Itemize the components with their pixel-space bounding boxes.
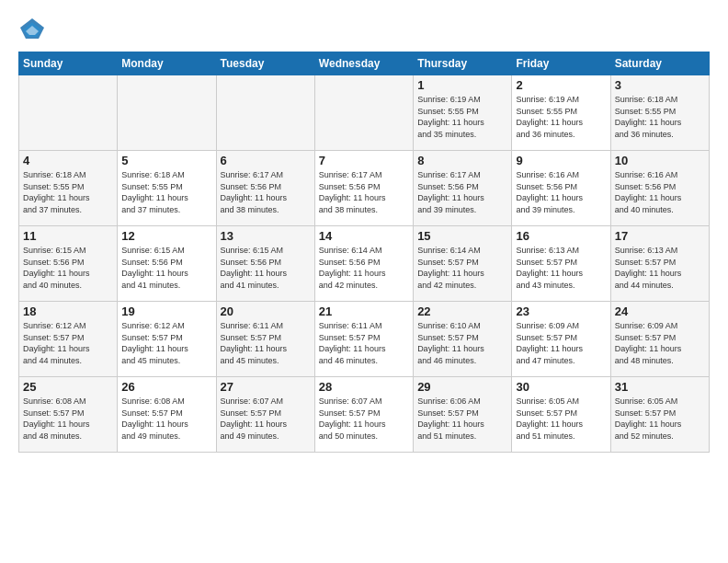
day-info: Sunrise: 6:11 AM Sunset: 5:57 PM Dayligh… <box>319 320 409 366</box>
day-info: Sunrise: 6:15 AM Sunset: 5:56 PM Dayligh… <box>121 245 211 291</box>
calendar-cell: 20Sunrise: 6:11 AM Sunset: 5:57 PM Dayli… <box>216 302 314 377</box>
day-info: Sunrise: 6:18 AM Sunset: 5:55 PM Dayligh… <box>121 169 211 215</box>
day-number: 21 <box>319 304 409 318</box>
calendar-cell: 9Sunrise: 6:16 AM Sunset: 5:56 PM Daylig… <box>512 151 610 226</box>
day-number: 10 <box>615 154 705 167</box>
calendar-cell <box>118 75 216 151</box>
day-number: 23 <box>516 304 606 318</box>
day-info: Sunrise: 6:17 AM Sunset: 5:56 PM Dayligh… <box>319 169 409 215</box>
day-number: 17 <box>615 229 705 243</box>
calendar-cell: 31Sunrise: 6:05 AM Sunset: 5:57 PM Dayli… <box>610 377 709 453</box>
day-info: Sunrise: 6:17 AM Sunset: 5:56 PM Dayligh… <box>221 169 311 215</box>
calendar-cell: 22Sunrise: 6:10 AM Sunset: 5:57 PM Dayli… <box>414 302 512 377</box>
day-info: Sunrise: 6:17 AM Sunset: 5:56 PM Dayligh… <box>417 169 507 215</box>
calendar-cell: 8Sunrise: 6:17 AM Sunset: 5:56 PM Daylig… <box>414 151 512 226</box>
day-info: Sunrise: 6:12 AM Sunset: 5:57 PM Dayligh… <box>23 320 113 366</box>
calendar-cell: 19Sunrise: 6:12 AM Sunset: 5:57 PM Dayli… <box>118 302 216 377</box>
day-info: Sunrise: 6:15 AM Sunset: 5:56 PM Dayligh… <box>221 245 311 291</box>
day-number: 3 <box>615 78 705 92</box>
weekday-row: SundayMondayTuesdayWednesdayThursdayFrid… <box>19 52 710 75</box>
day-number: 16 <box>516 229 606 243</box>
calendar-week-4: 18Sunrise: 6:12 AM Sunset: 5:57 PM Dayli… <box>19 302 710 377</box>
day-info: Sunrise: 6:09 AM Sunset: 5:57 PM Dayligh… <box>516 320 606 366</box>
calendar-cell: 14Sunrise: 6:14 AM Sunset: 5:56 PM Dayli… <box>314 226 413 302</box>
calendar-cell: 15Sunrise: 6:14 AM Sunset: 5:57 PM Dayli… <box>414 226 512 302</box>
logo-icon <box>18 15 46 42</box>
calendar-cell: 4Sunrise: 6:18 AM Sunset: 5:55 PM Daylig… <box>19 151 118 226</box>
day-info: Sunrise: 6:05 AM Sunset: 5:57 PM Dayligh… <box>516 396 606 442</box>
day-info: Sunrise: 6:16 AM Sunset: 5:56 PM Dayligh… <box>615 169 705 215</box>
weekday-header-wednesday: Wednesday <box>314 52 413 75</box>
day-number: 19 <box>121 304 211 318</box>
calendar-cell: 10Sunrise: 6:16 AM Sunset: 5:56 PM Dayli… <box>610 151 709 226</box>
page: SundayMondayTuesdayWednesdayThursdayFrid… <box>0 0 728 563</box>
logo <box>18 15 50 42</box>
day-info: Sunrise: 6:07 AM Sunset: 5:57 PM Dayligh… <box>319 396 409 442</box>
day-info: Sunrise: 6:12 AM Sunset: 5:57 PM Dayligh… <box>121 320 211 366</box>
day-info: Sunrise: 6:10 AM Sunset: 5:57 PM Dayligh… <box>417 320 507 366</box>
day-info: Sunrise: 6:08 AM Sunset: 5:57 PM Dayligh… <box>121 396 211 442</box>
day-number: 22 <box>417 304 507 318</box>
day-number: 18 <box>23 304 113 318</box>
calendar-cell: 24Sunrise: 6:09 AM Sunset: 5:57 PM Dayli… <box>610 302 709 377</box>
day-number: 13 <box>221 229 311 243</box>
day-number: 14 <box>319 229 409 243</box>
calendar-cell: 25Sunrise: 6:08 AM Sunset: 5:57 PM Dayli… <box>19 377 118 453</box>
calendar-cell <box>216 75 314 151</box>
calendar-cell: 16Sunrise: 6:13 AM Sunset: 5:57 PM Dayli… <box>512 226 610 302</box>
day-number: 31 <box>615 380 705 394</box>
weekday-header-saturday: Saturday <box>610 52 709 75</box>
calendar-header: SundayMondayTuesdayWednesdayThursdayFrid… <box>19 52 710 75</box>
day-number: 25 <box>23 380 113 394</box>
day-number: 11 <box>23 229 113 243</box>
calendar-cell: 7Sunrise: 6:17 AM Sunset: 5:56 PM Daylig… <box>314 151 413 226</box>
calendar-cell: 3Sunrise: 6:18 AM Sunset: 5:55 PM Daylig… <box>610 75 709 151</box>
day-info: Sunrise: 6:08 AM Sunset: 5:57 PM Dayligh… <box>23 396 113 442</box>
day-number: 28 <box>319 380 409 394</box>
calendar-cell: 28Sunrise: 6:07 AM Sunset: 5:57 PM Dayli… <box>314 377 413 453</box>
calendar-cell: 26Sunrise: 6:08 AM Sunset: 5:57 PM Dayli… <box>118 377 216 453</box>
day-info: Sunrise: 6:06 AM Sunset: 5:57 PM Dayligh… <box>417 396 507 442</box>
header <box>18 15 710 42</box>
day-number: 6 <box>221 154 311 167</box>
day-info: Sunrise: 6:05 AM Sunset: 5:57 PM Dayligh… <box>615 396 705 442</box>
weekday-header-thursday: Thursday <box>414 52 512 75</box>
day-info: Sunrise: 6:14 AM Sunset: 5:57 PM Dayligh… <box>417 245 507 291</box>
day-number: 9 <box>516 154 606 167</box>
calendar-cell: 2Sunrise: 6:19 AM Sunset: 5:55 PM Daylig… <box>512 75 610 151</box>
calendar-cell: 30Sunrise: 6:05 AM Sunset: 5:57 PM Dayli… <box>512 377 610 453</box>
calendar-cell: 18Sunrise: 6:12 AM Sunset: 5:57 PM Dayli… <box>19 302 118 377</box>
calendar-cell <box>314 75 413 151</box>
day-number: 27 <box>221 380 311 394</box>
day-info: Sunrise: 6:19 AM Sunset: 5:55 PM Dayligh… <box>516 94 606 140</box>
day-number: 4 <box>23 154 113 167</box>
calendar-cell <box>19 75 118 151</box>
calendar-cell: 29Sunrise: 6:06 AM Sunset: 5:57 PM Dayli… <box>414 377 512 453</box>
weekday-header-sunday: Sunday <box>19 52 118 75</box>
day-number: 30 <box>516 380 606 394</box>
calendar-cell: 5Sunrise: 6:18 AM Sunset: 5:55 PM Daylig… <box>118 151 216 226</box>
day-info: Sunrise: 6:16 AM Sunset: 5:56 PM Dayligh… <box>516 169 606 215</box>
calendar-week-3: 11Sunrise: 6:15 AM Sunset: 5:56 PM Dayli… <box>19 226 710 302</box>
calendar-cell: 6Sunrise: 6:17 AM Sunset: 5:56 PM Daylig… <box>216 151 314 226</box>
calendar-cell: 1Sunrise: 6:19 AM Sunset: 5:55 PM Daylig… <box>414 75 512 151</box>
calendar-week-2: 4Sunrise: 6:18 AM Sunset: 5:55 PM Daylig… <box>19 151 710 226</box>
calendar-cell: 21Sunrise: 6:11 AM Sunset: 5:57 PM Dayli… <box>314 302 413 377</box>
day-number: 26 <box>121 380 211 394</box>
day-info: Sunrise: 6:09 AM Sunset: 5:57 PM Dayligh… <box>615 320 705 366</box>
day-info: Sunrise: 6:18 AM Sunset: 5:55 PM Dayligh… <box>615 94 705 140</box>
calendar-cell: 11Sunrise: 6:15 AM Sunset: 5:56 PM Dayli… <box>19 226 118 302</box>
day-number: 29 <box>417 380 507 394</box>
calendar-table: SundayMondayTuesdayWednesdayThursdayFrid… <box>18 52 710 453</box>
day-info: Sunrise: 6:18 AM Sunset: 5:55 PM Dayligh… <box>23 169 113 215</box>
day-info: Sunrise: 6:13 AM Sunset: 5:57 PM Dayligh… <box>615 245 705 291</box>
calendar-week-5: 25Sunrise: 6:08 AM Sunset: 5:57 PM Dayli… <box>19 377 710 453</box>
weekday-header-friday: Friday <box>512 52 610 75</box>
weekday-header-tuesday: Tuesday <box>216 52 314 75</box>
day-info: Sunrise: 6:13 AM Sunset: 5:57 PM Dayligh… <box>516 245 606 291</box>
calendar-week-1: 1Sunrise: 6:19 AM Sunset: 5:55 PM Daylig… <box>19 75 710 151</box>
day-number: 1 <box>417 78 507 92</box>
day-number: 15 <box>417 229 507 243</box>
calendar-cell: 23Sunrise: 6:09 AM Sunset: 5:57 PM Dayli… <box>512 302 610 377</box>
day-info: Sunrise: 6:14 AM Sunset: 5:56 PM Dayligh… <box>319 245 409 291</box>
